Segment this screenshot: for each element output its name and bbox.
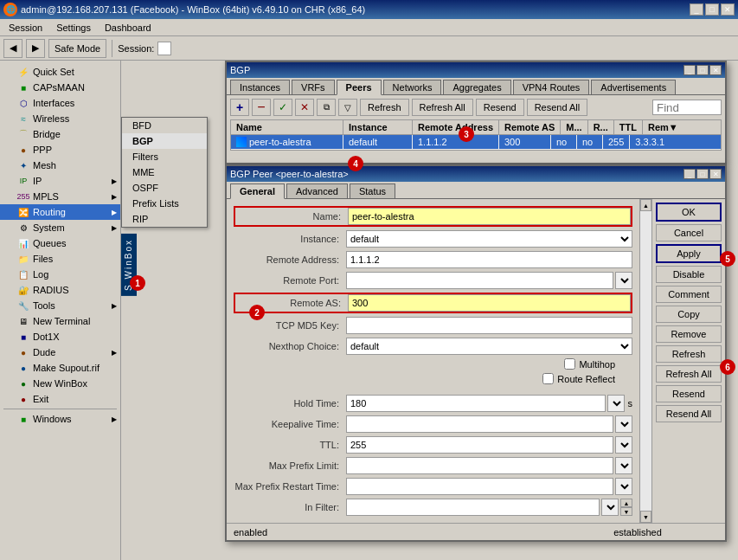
sidebar-item-new-terminal[interactable]: 🖥 New Terminal bbox=[0, 313, 120, 329]
ttl-dropdown[interactable]: ▼ bbox=[615, 436, 632, 454]
col-instance[interactable]: Instance bbox=[343, 120, 413, 134]
sidebar-item-mpls[interactable]: 255 MPLS ▶ bbox=[0, 189, 120, 204]
maximize-button[interactable]: □ bbox=[705, 3, 719, 16]
col-name[interactable]: Name bbox=[231, 120, 343, 134]
sidebar-item-windows[interactable]: ■ Windows ▶ bbox=[0, 411, 120, 427]
sidebar-item-files[interactable]: 📁 Files bbox=[0, 251, 120, 267]
route-reflect-checkbox[interactable] bbox=[542, 373, 554, 384]
col-remote-address[interactable]: Remote Address bbox=[413, 120, 499, 134]
col-ttl[interactable]: TTL bbox=[614, 120, 643, 134]
resend-button[interactable]: Resend bbox=[656, 385, 722, 402]
bgp-cross-button[interactable]: ✕ bbox=[295, 99, 314, 116]
forward-button[interactable]: ▶ bbox=[26, 39, 45, 58]
tab-advertisements[interactable]: Advertisements bbox=[591, 80, 676, 94]
sidebar-item-routing[interactable]: 🔀 Routing ▶ bbox=[0, 204, 120, 220]
sidebar-item-dude[interactable]: ● Dude ▶ bbox=[0, 344, 120, 360]
in-filter-scroll-up[interactable]: ▲ bbox=[620, 499, 632, 507]
close-button[interactable]: ✕ bbox=[721, 3, 735, 16]
menu-session[interactable]: Session bbox=[2, 21, 49, 35]
in-filter-input[interactable] bbox=[346, 499, 600, 516]
sidebar-item-log[interactable]: 📋 Log bbox=[0, 267, 120, 282]
sidebar-item-mesh[interactable]: ✦ Mesh bbox=[0, 158, 120, 173]
bgp-resend-button[interactable]: Resend bbox=[476, 99, 524, 116]
comment-button[interactable]: Comment bbox=[656, 286, 722, 303]
remote-port-dropdown[interactable]: ▼ bbox=[615, 272, 632, 289]
max-prefix-restart-input[interactable] bbox=[346, 478, 613, 495]
session-checkbox[interactable] bbox=[157, 42, 171, 55]
bgp-resend-all-button[interactable]: Resend All bbox=[527, 99, 588, 116]
bgp-maximize-button[interactable]: □ bbox=[696, 65, 709, 75]
sidebar-item-ip[interactable]: IP IP ▶ bbox=[0, 173, 120, 189]
remote-address-input[interactable] bbox=[346, 251, 632, 268]
bgp-check-button[interactable]: ✓ bbox=[273, 99, 292, 116]
sidebar-item-capsman[interactable]: ■ CAPsMAAN bbox=[0, 80, 120, 95]
col-m[interactable]: M... bbox=[561, 120, 587, 134]
nexthop-select[interactable]: default bbox=[346, 338, 632, 355]
scroll-down-button[interactable]: ▼ bbox=[640, 511, 651, 523]
tab-vrfs[interactable]: VRFs bbox=[292, 80, 335, 94]
scroll-up-button[interactable]: ▲ bbox=[640, 199, 651, 211]
sidebar-item-quick-set[interactable]: ⚡ Quick Set bbox=[0, 64, 120, 80]
menu-settings[interactable]: Settings bbox=[49, 21, 98, 35]
tab-vpn4-routes[interactable]: VPN4 Routes bbox=[513, 80, 590, 94]
hold-time-input[interactable] bbox=[346, 395, 606, 412]
sidebar-item-wireless[interactable]: ≈ Wireless bbox=[0, 111, 120, 126]
bgp-minimize-button[interactable]: _ bbox=[683, 65, 696, 75]
tab-aggregates[interactable]: Aggregates bbox=[443, 80, 510, 94]
keepalive-dropdown[interactable]: ▼ bbox=[615, 415, 632, 433]
bgp-peer-minimize-button[interactable]: _ bbox=[683, 169, 696, 179]
bgp-refresh-button[interactable]: Refresh bbox=[360, 99, 409, 116]
bgp-add-button[interactable]: + bbox=[230, 99, 249, 116]
sidebar-item-exit[interactable]: ● Exit bbox=[0, 391, 120, 407]
peer-tab-status[interactable]: Status bbox=[350, 183, 395, 198]
remove-button[interactable]: Remove bbox=[656, 325, 722, 343]
menu-dashboard[interactable]: Dashboard bbox=[98, 21, 158, 35]
table-row[interactable]: peer-to-alestra default 1.1.1.2 300 no n… bbox=[231, 135, 721, 150]
bgp-peer-maximize-button[interactable]: □ bbox=[696, 169, 709, 179]
submenu-mme[interactable]: MME bbox=[122, 164, 207, 180]
col-r[interactable]: R... bbox=[588, 120, 614, 134]
sidebar-item-bridge[interactable]: ⌒ Bridge bbox=[0, 126, 120, 142]
tab-networks[interactable]: Networks bbox=[383, 80, 442, 94]
sidebar-item-tools[interactable]: 🔧 Tools ▶ bbox=[0, 298, 120, 313]
remote-port-input[interactable] bbox=[346, 272, 613, 289]
col-remote-as[interactable]: Remote AS bbox=[499, 120, 561, 134]
remote-as-input[interactable] bbox=[348, 294, 631, 312]
max-prefix-restart-dropdown[interactable]: ▼ bbox=[615, 478, 632, 495]
refresh-button[interactable]: Refresh bbox=[656, 345, 722, 363]
hold-time-dropdown[interactable]: ▼ bbox=[607, 395, 625, 412]
keepalive-input[interactable] bbox=[346, 415, 613, 433]
instance-select[interactable]: default bbox=[346, 230, 632, 248]
copy-button[interactable]: Copy bbox=[656, 306, 722, 323]
bgp-filter-button[interactable]: ▽ bbox=[338, 99, 357, 116]
submenu-prefix-lists[interactable]: Prefix Lists bbox=[122, 196, 207, 211]
resend-all-button[interactable]: Resend All bbox=[656, 405, 722, 422]
submenu-filters[interactable]: Filters bbox=[122, 149, 207, 164]
bgp-refresh-all-button[interactable]: Refresh All bbox=[412, 99, 473, 116]
bgp-close-button[interactable]: ✕ bbox=[709, 65, 722, 75]
max-prefix-dropdown[interactable]: ▼ bbox=[615, 457, 632, 474]
apply-button[interactable]: Apply bbox=[656, 244, 722, 263]
submenu-ospf[interactable]: OSPF bbox=[122, 180, 207, 196]
minimize-button[interactable]: _ bbox=[690, 3, 703, 16]
bgp-remove-button[interactable]: − bbox=[252, 99, 271, 116]
max-prefix-input[interactable] bbox=[346, 457, 613, 474]
ok-button[interactable]: OK bbox=[656, 203, 722, 222]
name-input[interactable] bbox=[348, 208, 631, 225]
sidebar-item-make-supout[interactable]: ● Make Supout.rif bbox=[0, 360, 120, 376]
back-button[interactable]: ◀ bbox=[3, 39, 22, 58]
tab-instances[interactable]: Instances bbox=[230, 80, 290, 94]
col-rem[interactable]: Rem▼ bbox=[643, 120, 695, 134]
sidebar-item-ppp[interactable]: ● PPP bbox=[0, 142, 120, 158]
ttl-input[interactable] bbox=[346, 436, 613, 454]
sidebar-item-radius[interactable]: 🔐 RADIUS bbox=[0, 282, 120, 298]
in-filter-dropdown[interactable]: ▼ bbox=[601, 499, 619, 516]
cancel-button[interactable]: Cancel bbox=[656, 224, 722, 241]
multihop-checkbox[interactable] bbox=[564, 358, 575, 370]
submenu-rip[interactable]: RIP bbox=[122, 211, 207, 227]
sidebar-item-queues[interactable]: 📊 Queues bbox=[0, 235, 120, 251]
submenu-bgp[interactable]: BGP bbox=[122, 133, 207, 149]
sidebar-item-dot1x[interactable]: ■ Dot1X bbox=[0, 329, 120, 344]
bgp-find-input[interactable] bbox=[652, 100, 722, 115]
safe-mode-button[interactable]: Safe Mode bbox=[48, 39, 106, 58]
